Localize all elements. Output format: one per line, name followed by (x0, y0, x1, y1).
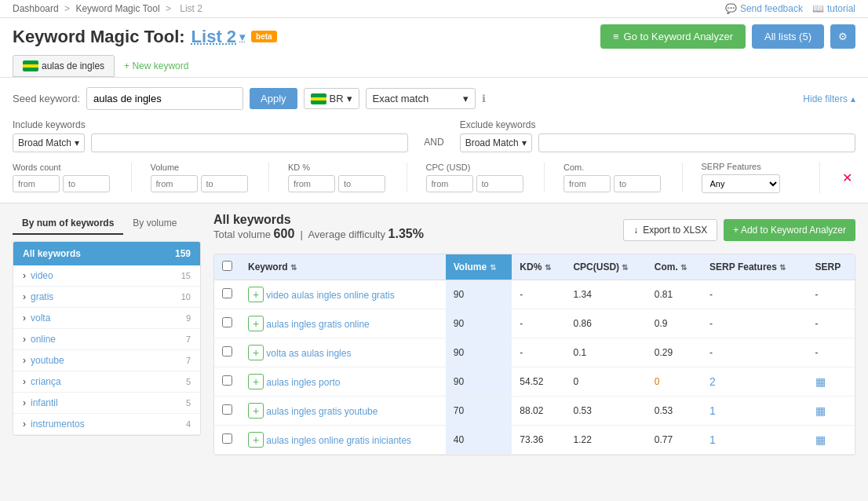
add-keyword-button[interactable]: + (248, 345, 264, 360)
breadcrumb-tool[interactable]: Keyword Magic Tool (75, 3, 159, 14)
export-button[interactable]: ↓ Export to XLSX (623, 219, 717, 241)
row-checkbox[interactable] (222, 404, 232, 415)
sort-icon: ⇅ (545, 263, 551, 272)
cpc-from[interactable] (426, 175, 473, 192)
keyword-link[interactable]: video aulas ingles online gratis (266, 290, 394, 301)
exclude-match-select[interactable]: Broad Match ▾ (460, 133, 532, 152)
sidebar-item-0[interactable]: › video 15 (13, 265, 200, 287)
all-lists-button[interactable]: All lists (5) (752, 24, 824, 49)
include-match-select[interactable]: Broad Match ▾ (13, 133, 85, 152)
cpc-cell: 1.22 (565, 426, 646, 455)
settings-button[interactable]: ⚙ (830, 24, 855, 49)
volume-column-header[interactable]: Volume ⇅ (446, 254, 512, 280)
words-count-from[interactable] (13, 175, 60, 192)
row-checkbox[interactable] (222, 317, 232, 327)
sidebar-tab-num-keywords[interactable]: By num of keywords (13, 213, 123, 235)
sidebar-list: All keywords 159 › video 15 › gratis 10 (13, 241, 201, 436)
sidebar-scroll-area[interactable]: › video 15 › gratis 10 › volta (13, 265, 200, 435)
com-column-header[interactable]: Com. ⇅ (647, 254, 702, 280)
com-filter: Com. (563, 163, 683, 192)
serp-feature-link[interactable]: 1 (709, 433, 716, 446)
serp-icon[interactable]: ▦ (815, 433, 826, 446)
keyword-tab-aulas[interactable]: aulas de ingles (13, 55, 115, 77)
sidebar-item-1[interactable]: › gratis 10 (13, 287, 200, 308)
header-buttons: ≡ Go to Keyword Analyzer All lists (5) ⚙ (600, 24, 855, 49)
table-row: + aulas ingles gratis youtube 70 88.02 0… (214, 397, 855, 426)
row-checkbox[interactable] (222, 433, 232, 444)
serp-features-select[interactable]: Any (702, 174, 780, 193)
page-title: Keyword Magic Tool: List 2 ▾ beta (13, 27, 277, 47)
serp-cell: ▦ (808, 368, 855, 397)
clear-filters-button[interactable]: ✕ (839, 170, 855, 185)
sidebar-item-6[interactable]: › infantil 5 (13, 393, 200, 414)
sidebar-item-3[interactable]: › online 7 (13, 329, 200, 350)
keyword-link[interactable]: aulas ingles online gratis iniciantes (266, 435, 411, 446)
breadcrumb-dashboard[interactable]: Dashboard (13, 3, 59, 14)
keyword-link[interactable]: aulas ingles gratis online (266, 319, 369, 330)
list-icon: ≡ (613, 31, 619, 42)
sidebar-item-4[interactable]: › youtube 7 (13, 350, 200, 371)
kd-cell: - (512, 338, 565, 368)
select-all-checkbox[interactable] (222, 261, 232, 271)
serp-icon[interactable]: ▦ (815, 404, 826, 417)
row-checkbox[interactable] (222, 346, 232, 357)
serp-cell: - (808, 338, 855, 368)
kd-from[interactable] (288, 175, 335, 192)
cpc-cell: 0.53 (565, 397, 646, 426)
sidebar-item-2[interactable]: › volta 9 (13, 308, 200, 329)
select-all-header[interactable] (214, 254, 240, 280)
table-row: + aulas ingles porto 90 54.52 0 0 2 ▦ (214, 368, 855, 397)
chevron-down-icon: ▾ (239, 31, 245, 43)
com-cell: 0.77 (647, 426, 702, 455)
kd-column-header[interactable]: KD% ⇅ (512, 254, 565, 280)
add-keyword-button[interactable]: + (248, 316, 264, 331)
row-checkbox[interactable] (222, 375, 232, 386)
country-select[interactable]: BR ▾ (304, 88, 359, 109)
chevron-right-icon: › (23, 376, 26, 387)
cpc-to[interactable] (476, 175, 523, 192)
words-count-to[interactable] (63, 175, 110, 192)
sidebar-item-5[interactable]: › criança 5 (13, 371, 200, 393)
exclude-keywords-input[interactable] (538, 133, 855, 152)
keyword-link[interactable]: aulas ingles porto (266, 377, 340, 388)
serp-feature-link[interactable]: 1 (709, 404, 716, 417)
include-keywords-input[interactable] (91, 133, 408, 152)
keyword-link[interactable]: volta as aulas ingles (266, 348, 351, 359)
info-icon[interactable]: ℹ (482, 93, 486, 104)
seed-input[interactable] (86, 87, 243, 110)
new-keyword-button[interactable]: + New keyword (115, 55, 198, 77)
sidebar-item-7[interactable]: › instrumentos 4 (13, 414, 200, 435)
feedback-link[interactable]: 💬 Send feedback (725, 3, 803, 14)
add-keyword-button[interactable]: + (248, 403, 264, 419)
com-cell: 0.9 (647, 309, 702, 338)
cpc-column-header[interactable]: CPC(USD) ⇅ (565, 254, 646, 280)
serp-column-header[interactable]: SERP (808, 254, 855, 280)
words-count-filter: Words count (13, 163, 132, 192)
add-to-analyzer-button[interactable]: + Add to Keyword Analyzer (724, 219, 855, 241)
match-type-select[interactable]: Exact match ▾ (366, 88, 476, 109)
add-keyword-button[interactable]: + (248, 432, 264, 448)
cpc-cell: 0.86 (565, 309, 646, 338)
serp-features-column-header[interactable]: SERP Features ⇅ (702, 254, 807, 280)
range-filters-row: Words count Volume KD % CPC (USD) (13, 162, 855, 193)
goto-analyzer-button[interactable]: ≡ Go to Keyword Analyzer (600, 24, 746, 49)
kd-to[interactable] (338, 175, 385, 192)
row-checkbox[interactable] (222, 288, 232, 298)
add-keyword-button[interactable]: + (248, 287, 264, 302)
row-checkbox-cell (214, 338, 240, 368)
sort-icon: ⇅ (779, 263, 786, 272)
hide-filters-button[interactable]: Hide filters ▴ (803, 93, 855, 104)
com-to[interactable] (614, 175, 661, 192)
apply-button[interactable]: Apply (250, 88, 297, 109)
tutorial-link[interactable]: 📖 tutorial (812, 3, 855, 14)
keyword-column-header[interactable]: Keyword ⇅ (240, 254, 446, 280)
list-name-link[interactable]: List 2 ▾ (191, 27, 245, 47)
add-keyword-button[interactable]: + (248, 374, 264, 389)
com-from[interactable] (563, 175, 611, 192)
volume-from[interactable] (151, 175, 198, 192)
volume-to[interactable] (201, 175, 248, 192)
sidebar-tab-by-volume[interactable]: By volume (123, 213, 186, 235)
keyword-link[interactable]: aulas ingles gratis youtube (266, 406, 377, 417)
serp-icon[interactable]: ▦ (815, 375, 826, 388)
serp-feature-link[interactable]: 2 (709, 375, 716, 388)
